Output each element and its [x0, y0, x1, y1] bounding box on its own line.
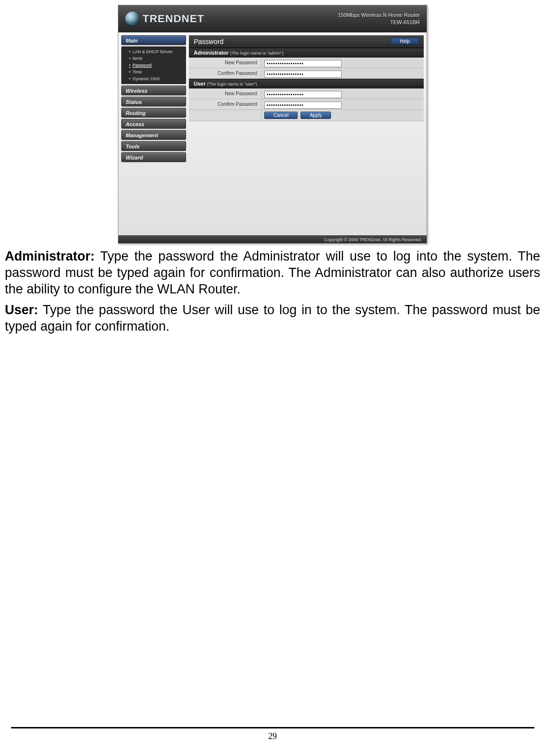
- admin-new-password-row: New Password: [189, 58, 424, 68]
- admin-heading: Administrator: [194, 50, 229, 56]
- router-screenshot: TRENDNET 150Mbps Wireless N Home Router …: [118, 5, 427, 244]
- page-number: 29: [0, 731, 545, 741]
- document-body: Administrator: Type the password the Adm…: [5, 248, 540, 335]
- nav-wireless[interactable]: Wireless: [121, 86, 186, 95]
- model-number: TEW-651BR: [338, 19, 420, 26]
- admin-confirm-password-row: Confirm Password: [189, 68, 424, 79]
- admin-confirm-password-input[interactable]: [264, 71, 342, 78]
- cancel-button[interactable]: Cancel: [264, 112, 298, 119]
- product-line: 150Mbps Wireless N Home Router: [338, 12, 420, 18]
- router-ui: TRENDNET 150Mbps Wireless N Home Router …: [118, 5, 427, 244]
- globe-icon: [125, 12, 140, 26]
- user-new-password-label: New Password: [189, 88, 261, 99]
- brand-logo: TRENDNET: [125, 12, 204, 26]
- user-new-password-row: New Password: [189, 88, 424, 99]
- user-section-head: User (The login name is "user"): [189, 79, 424, 88]
- panel-title: Password: [194, 38, 223, 45]
- sidebar: Main LAN & DHCP Server WAN Password Time…: [118, 32, 186, 235]
- footer-rule: [11, 727, 534, 728]
- user-heading: User: [194, 81, 205, 87]
- content-area: Password Help Administrator (The login n…: [186, 32, 427, 235]
- help-button[interactable]: Help: [390, 38, 419, 45]
- nav-tools[interactable]: Tools: [121, 141, 186, 151]
- nav-access[interactable]: Access: [121, 119, 186, 129]
- user-confirm-password-input[interactable]: [264, 102, 342, 109]
- router-footer: Copyright © 2009 TRENDnet. All Rights Re…: [118, 235, 427, 243]
- button-row: Cancel Apply: [189, 110, 424, 121]
- user-confirm-password-label: Confirm Password: [189, 99, 261, 109]
- admin-section-head: Administrator (The login name is "admin"…: [189, 48, 424, 58]
- header-right: 150Mbps Wireless N Home Router TEW-651BR: [338, 12, 420, 26]
- subnav-lan-dhcp[interactable]: LAN & DHCP Server: [126, 48, 186, 55]
- admin-para-label: Administrator:: [5, 249, 95, 263]
- router-header: TRENDNET 150Mbps Wireless N Home Router …: [118, 5, 427, 32]
- brand-name: TRENDNET: [143, 13, 204, 25]
- admin-note: (The login name is "admin"): [230, 51, 283, 56]
- subnav-wan[interactable]: WAN: [126, 55, 186, 62]
- nav-management[interactable]: Management: [121, 130, 186, 140]
- user-para-text: Type the password the User will use to l…: [5, 303, 540, 334]
- nav-main-sublist: LAN & DHCP Server WAN Password Time Dyna…: [121, 46, 186, 84]
- admin-new-password-input[interactable]: [264, 60, 342, 67]
- nav-wizard[interactable]: Wizard: [121, 152, 186, 162]
- subnav-password[interactable]: Password: [126, 62, 186, 69]
- nav-main[interactable]: Main: [121, 35, 186, 45]
- admin-new-password-label: New Password: [189, 58, 261, 68]
- admin-confirm-password-label: Confirm Password: [189, 68, 261, 78]
- user-new-password-input[interactable]: [264, 91, 342, 98]
- paragraph-user: User: Type the password the User will us…: [5, 302, 540, 335]
- apply-button[interactable]: Apply: [301, 112, 331, 119]
- user-para-label: User:: [5, 303, 38, 317]
- nav-routing[interactable]: Routing: [121, 108, 186, 117]
- user-note: (The login name is "user"): [207, 82, 257, 87]
- subnav-dynamic-dns[interactable]: Dynamic DNS: [126, 75, 186, 82]
- subnav-time[interactable]: Time: [126, 69, 186, 75]
- page-footer: 29: [0, 727, 545, 741]
- nav-status[interactable]: Status: [121, 97, 186, 106]
- paragraph-administrator: Administrator: Type the password the Adm…: [5, 248, 540, 297]
- user-confirm-password-row: Confirm Password: [189, 99, 424, 110]
- router-body: Main LAN & DHCP Server WAN Password Time…: [118, 32, 427, 235]
- panel-title-bar: Password Help: [189, 35, 424, 48]
